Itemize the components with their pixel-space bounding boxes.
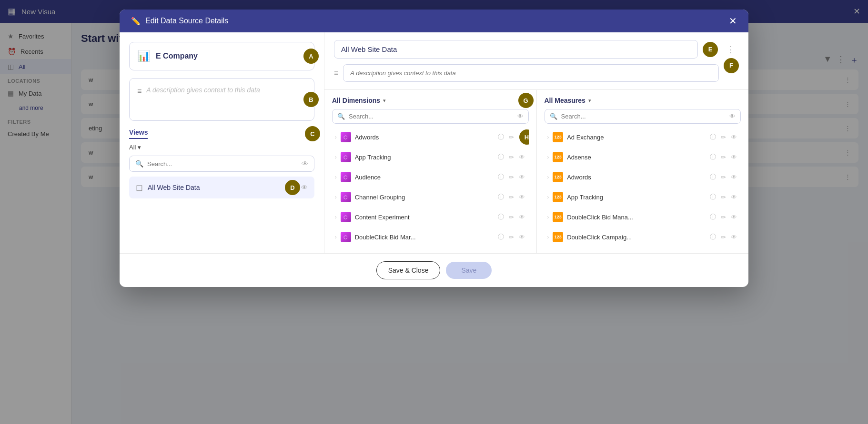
dimension-item-content-experiment[interactable]: › ⬡ Content Experiment ⓘ ✏ 👁: [332, 207, 529, 227]
view-item-name: All Web Site Data: [148, 184, 296, 191]
dimension-item-audience[interactable]: › ⬡ Audience ⓘ ✏ 👁: [332, 168, 529, 187]
item-actions: ⓘ ✏ 👁: [497, 172, 526, 182]
edit-icon[interactable]: ✏: [720, 153, 727, 162]
eye-icon[interactable]: 👁: [518, 233, 526, 242]
eye-icon[interactable]: 👁: [518, 173, 526, 182]
item-expand-icon[interactable]: ›: [335, 194, 337, 200]
edit-icon[interactable]: ✏: [720, 233, 727, 242]
badge-f: F: [724, 58, 739, 73]
info-icon[interactable]: ⓘ: [497, 192, 505, 202]
eye-icon[interactable]: 👁: [518, 213, 526, 222]
left-search-input[interactable]: [147, 160, 298, 168]
eye-icon[interactable]: 👁: [518, 193, 526, 202]
meas-eye-icon[interactable]: 👁: [729, 113, 736, 120]
info-icon[interactable]: ⓘ: [497, 172, 505, 182]
left-eye-icon[interactable]: 👁: [302, 160, 308, 168]
meas-search-icon: 🔍: [550, 113, 557, 120]
eye-icon[interactable]: 👁: [730, 213, 738, 222]
eye-icon[interactable]: 👁: [730, 133, 738, 142]
measures-search-input[interactable]: [561, 113, 726, 120]
item-expand-icon[interactable]: ›: [335, 214, 337, 220]
measure-item-app-tracking[interactable]: › 123 App Tracking ⓘ ✏ 👁: [545, 187, 741, 207]
measure-item-doubleclick-bid[interactable]: › 123 DoubleClick Bid Mana... ⓘ ✏ 👁: [545, 207, 741, 227]
edit-icon[interactable]: ✏: [508, 233, 515, 242]
info-icon[interactable]: ⓘ: [709, 132, 717, 142]
edit-icon[interactable]: ✏: [508, 193, 515, 202]
view-item[interactable]: ◻ All Web Site Data D 👁: [129, 177, 314, 198]
right-description-input[interactable]: [343, 64, 719, 82]
dimensions-chevron-icon[interactable]: ▾: [383, 98, 386, 104]
item-actions: ⓘ ✏ 👁: [709, 152, 738, 162]
edit-datasource-modal: ✏️ Edit Data Source Details ✕ 📊 E Compan…: [120, 10, 748, 287]
measure-item-ad-exchange[interactable]: › 123 Ad Exchange ⓘ ✏ 👁: [545, 128, 741, 147]
desc-lines-icon: ≡: [334, 69, 338, 78]
description-row: ≡ F: [334, 64, 739, 82]
edit-icon[interactable]: ✏: [508, 153, 515, 162]
info-icon[interactable]: ⓘ: [497, 212, 505, 222]
view-item-icon: ◻: [136, 182, 143, 193]
item-expand-icon[interactable]: ›: [547, 234, 549, 240]
edit-icon[interactable]: ✏: [720, 193, 727, 202]
measure-item-adwords[interactable]: › 123 Adwords ⓘ ✏ 👁: [545, 168, 741, 187]
edit-icon[interactable]: ✏: [720, 133, 727, 142]
info-icon[interactable]: ⓘ: [497, 132, 505, 142]
measures-chevron-icon[interactable]: ▾: [588, 98, 591, 104]
item-expand-icon[interactable]: ›: [335, 174, 337, 180]
badge-g: G: [518, 93, 534, 108]
eye-icon[interactable]: 👁: [730, 153, 738, 162]
edit-icon[interactable]: ✏: [508, 213, 515, 222]
save-button[interactable]: Save: [446, 262, 492, 279]
item-actions: ⓘ ✏ 👁: [709, 232, 738, 242]
all-filter-dropdown[interactable]: All ▾: [129, 144, 314, 151]
modal-close-button[interactable]: ✕: [729, 16, 737, 26]
item-expand-icon[interactable]: ›: [335, 134, 337, 140]
eye-icon[interactable]: 👁: [730, 233, 738, 242]
info-icon[interactable]: ⓘ: [497, 232, 505, 242]
dimension-item-adwords[interactable]: › ⬡ Adwords ⓘ ✏ 👁 H: [332, 128, 529, 147]
measure-item-adsense[interactable]: › 123 Adsense ⓘ ✏ 👁: [545, 148, 741, 167]
datasource-name-input[interactable]: [334, 40, 698, 59]
dimension-item-doubleclick-bid[interactable]: › ⬡ DoubleClick Bid Mar... ⓘ ✏ 👁: [332, 227, 529, 247]
dimension-item-app-tracking[interactable]: › ⬡ App Tracking ⓘ ✏ 👁: [332, 148, 529, 167]
eye-icon[interactable]: 👁: [730, 193, 738, 202]
info-icon[interactable]: ⓘ: [709, 152, 717, 162]
dim-eye-icon[interactable]: 👁: [517, 113, 524, 120]
item-expand-icon[interactable]: ›: [547, 134, 549, 140]
edit-icon[interactable]: ✏: [720, 173, 727, 182]
item-expand-icon[interactable]: ›: [335, 234, 337, 240]
info-icon[interactable]: ⓘ: [709, 192, 717, 202]
item-expand-icon[interactable]: ›: [547, 194, 549, 200]
info-icon[interactable]: ⓘ: [709, 172, 717, 182]
eye-icon[interactable]: 👁: [730, 173, 738, 182]
dimensions-header: All Dimensions ▾ G: [332, 97, 529, 104]
view-item-eye-icon[interactable]: 👁: [301, 184, 308, 191]
item-expand-icon[interactable]: ›: [335, 154, 337, 160]
item-label: DoubleClick Bid Mar...: [355, 234, 493, 241]
edit-icon[interactable]: ✏: [508, 133, 515, 142]
info-icon[interactable]: ⓘ: [497, 152, 505, 162]
dimensions-list: › ⬡ Adwords ⓘ ✏ 👁 H: [332, 128, 529, 247]
item-label: Audience: [355, 174, 493, 181]
item-actions: ⓘ ✏ 👁: [497, 192, 526, 202]
dimensions-search-input[interactable]: [349, 113, 514, 120]
views-tab[interactable]: Views: [129, 128, 148, 139]
edit-icon[interactable]: ✏: [508, 173, 515, 182]
edit-icon: ✏️: [131, 17, 141, 26]
item-expand-icon[interactable]: ›: [547, 174, 549, 180]
item-expand-icon[interactable]: ›: [547, 214, 549, 220]
company-card: 📊 E Company A: [129, 42, 314, 70]
app-tracking-cube-icon: ⬡: [341, 152, 351, 162]
right-panel-header: E ⋮ ≡ F: [324, 32, 748, 90]
db-bid-num-icon: 123: [553, 212, 563, 222]
app-tracking-num-icon: 123: [553, 192, 563, 202]
edit-icon[interactable]: ✏: [720, 213, 727, 222]
info-icon[interactable]: ⓘ: [709, 232, 717, 242]
item-expand-icon[interactable]: ›: [547, 154, 549, 160]
datasource-menu-icon[interactable]: ⋮: [723, 42, 739, 57]
measure-item-doubleclick-campaign[interactable]: › 123 DoubleClick Campaig... ⓘ ✏ 👁: [545, 227, 741, 247]
info-icon[interactable]: ⓘ: [709, 212, 717, 222]
eye-icon[interactable]: 👁: [518, 153, 526, 162]
dimension-item-channel-grouping[interactable]: › ⬡ Channel Grouping ⓘ ✏ 👁: [332, 187, 529, 207]
dim-search-icon: 🔍: [337, 113, 345, 120]
save-close-button[interactable]: Save & Close: [376, 261, 441, 279]
